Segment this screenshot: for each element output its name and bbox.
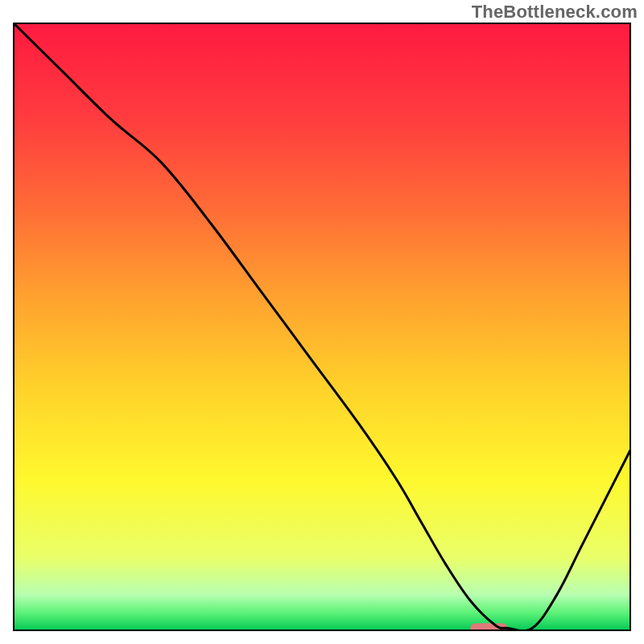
chart-svg <box>13 23 631 631</box>
plot-area <box>13 23 631 631</box>
watermark-text: TheBottleneck.com <box>472 2 638 23</box>
chart-container: TheBottleneck.com <box>0 0 644 644</box>
